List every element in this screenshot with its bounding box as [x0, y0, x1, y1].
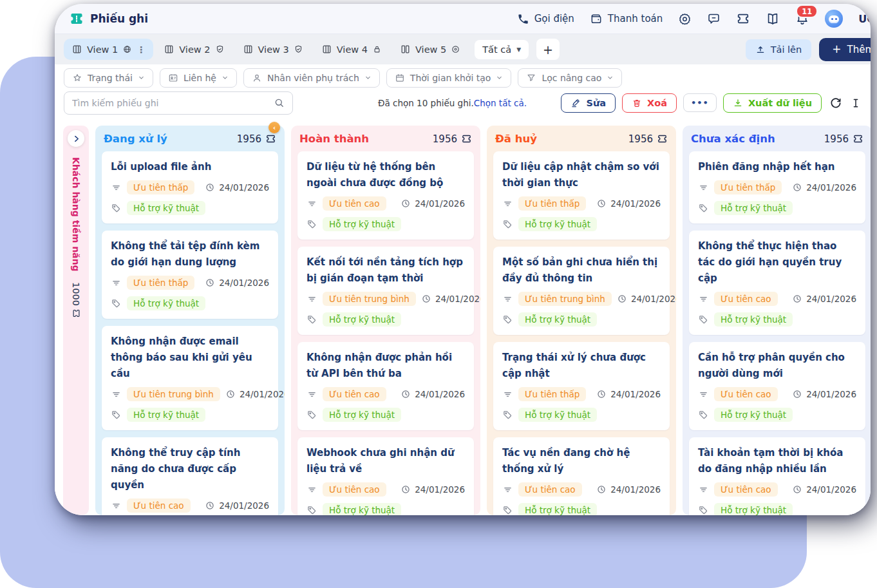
- board-icon: [243, 44, 254, 55]
- card-title: Không thể thực hiện thao tác do giới hạn…: [698, 238, 856, 287]
- card-date: 24/01/2026: [435, 294, 480, 304]
- card-priority-badge: Ưu tiên cao: [518, 482, 582, 497]
- filter-label: Nhân viên phụ trách: [267, 73, 359, 83]
- search-box[interactable]: [64, 91, 293, 115]
- kanban-column: ‹ Đang xử lý 1956 Lỗi upload file ảnh Ưu…: [95, 126, 285, 515]
- card-title: Cần hỗ trợ phân quyền cho người dùng mới: [698, 350, 856, 382]
- ticket-icon[interactable]: [736, 12, 750, 26]
- card-priority-badge: Ưu tiên thấp: [518, 387, 586, 401]
- dots-vertical-icon[interactable]: ⋮: [137, 45, 146, 54]
- card-due-date: 24/01/2026: [421, 294, 480, 304]
- ticket-card[interactable]: Một số bản ghi chưa hiển thị đầy đủ thôn…: [493, 247, 670, 335]
- ticket-card[interactable]: Cần hỗ trợ phân quyền cho người dùng mới…: [689, 342, 865, 430]
- tab-view-3[interactable]: View 3: [235, 39, 311, 60]
- tab-view-5[interactable]: View 5: [392, 39, 468, 60]
- card-title: Không nhận được email thông báo sau khi …: [111, 334, 269, 382]
- ticket-card[interactable]: Trạng thái xử lý chưa được cập nhật Ưu t…: [493, 342, 670, 430]
- delete-button[interactable]: Xoá: [622, 93, 677, 113]
- column-header: Đang xử lý 1956: [95, 126, 285, 151]
- tab-label: View 2: [179, 44, 210, 55]
- ticket-card[interactable]: Không thể thực hiện thao tác do giới hạn…: [689, 231, 865, 335]
- ticket-icon: [71, 308, 81, 318]
- tab-view-1[interactable]: View 1 ⋮: [64, 39, 153, 60]
- priority-icon: [698, 294, 709, 305]
- tab-view-2[interactable]: View 2: [156, 39, 232, 60]
- card-title: Lỗi upload file ảnh: [111, 159, 269, 175]
- clock-icon: [225, 389, 236, 399]
- ticket-card[interactable]: Lỗi upload file ảnh Ưu tiên thấp 24/01/2…: [102, 151, 278, 223]
- card-priority-badge: Ưu tiên cao: [714, 292, 778, 306]
- card-priority-badge: Ưu tiên cao: [323, 482, 386, 497]
- card-tag-badge: Hỗ trợ kỹ thuật: [323, 503, 401, 515]
- column-count: 1956: [824, 133, 849, 145]
- card-tag-badge: Hỗ trợ kỹ thuật: [714, 201, 793, 215]
- tab-view-4[interactable]: View 4: [314, 39, 390, 60]
- ticket-card[interactable]: Phiên đăng nhập hết hạn Ưu tiên thấp 24/…: [689, 151, 865, 223]
- tag-icon: [111, 298, 122, 309]
- clock-icon: [596, 389, 607, 399]
- filter-created-time[interactable]: Thời gian khởi tạo: [386, 68, 512, 88]
- ticket-card[interactable]: Dữ liệu từ hệ thống bên ngoài chưa được …: [297, 151, 474, 240]
- tab-label: View 1: [87, 44, 118, 55]
- card-date: 24/01/2026: [806, 294, 856, 304]
- filter-assignee[interactable]: Nhân viên phụ trách: [243, 68, 380, 88]
- column-collapse-badge[interactable]: ‹: [269, 122, 280, 133]
- tag-icon: [306, 410, 317, 421]
- card-date: 24/01/2026: [631, 294, 676, 304]
- tag-icon: [698, 314, 709, 325]
- refresh-icon[interactable]: [829, 97, 842, 109]
- tag-icon: [698, 203, 709, 214]
- call-button[interactable]: Gọi điện: [517, 13, 574, 25]
- add-view-button[interactable]: +: [536, 39, 560, 60]
- ticket-card[interactable]: Không thể tải tệp đính kèm do giới hạn d…: [102, 231, 278, 319]
- avatar[interactable]: [825, 10, 843, 28]
- more-actions-button[interactable]: •••: [683, 93, 717, 112]
- clock-icon: [792, 484, 802, 495]
- row-height-icon[interactable]: [850, 97, 862, 109]
- card-tag-badge: Hỗ trợ kỹ thuật: [127, 408, 205, 422]
- expand-column-button[interactable]: [68, 130, 84, 147]
- book-icon[interactable]: [766, 12, 780, 26]
- add-new-button[interactable]: + Thêm: [819, 38, 871, 61]
- collapsed-column-count: 1000: [71, 282, 81, 319]
- clock-icon: [617, 294, 627, 304]
- select-all-link[interactable]: Chọn tất cả.: [474, 98, 527, 108]
- board-icon: [164, 44, 174, 55]
- search-input[interactable]: [72, 98, 269, 108]
- export-button[interactable]: Xuất dữ liệu: [723, 93, 822, 113]
- filter-advanced[interactable]: Lọc nâng cao: [518, 68, 622, 88]
- card-title: Webhook chưa ghi nhận dữ liệu trả về: [306, 445, 465, 477]
- card-date: 24/01/2026: [219, 278, 269, 288]
- filter-status[interactable]: Trạng thái: [64, 68, 153, 88]
- clock-icon: [421, 294, 431, 304]
- tab-label: View 5: [415, 44, 446, 55]
- upload-button[interactable]: Tải lên: [746, 39, 812, 60]
- ticket-card[interactable]: Tài khoản tạm thời bị khóa do đăng nhập …: [689, 437, 865, 515]
- column-header: Chưa xác định 1956: [683, 126, 871, 151]
- card-priority-badge: Ưu tiên cao: [127, 498, 191, 513]
- upload-icon: [755, 44, 766, 55]
- settings-icon[interactable]: [678, 12, 692, 26]
- all-views-dropdown[interactable]: Tất cả ▼: [475, 40, 529, 59]
- ticket-card[interactable]: Không nhận được phản hồi từ API bên thứ …: [297, 342, 474, 430]
- card-date: 24/01/2026: [219, 500, 269, 511]
- ticket-card[interactable]: Kết nối tới nền tảng tích hợp bị gián đo…: [297, 247, 474, 335]
- tag-icon: [502, 314, 513, 325]
- payment-button[interactable]: Thanh toán: [590, 12, 663, 25]
- ticket-card[interactable]: Tác vụ nền đang chờ hệ thống xử lý Ưu ti…: [493, 437, 670, 515]
- edit-button[interactable]: Sửa: [561, 93, 616, 113]
- ticket-card[interactable]: Dữ liệu cập nhật chậm so với thời gian t…: [493, 151, 670, 240]
- add-new-label: Thêm: [847, 44, 871, 55]
- ticket-card[interactable]: Không thể truy cập tính năng do chưa đượ…: [102, 437, 278, 515]
- card-date: 24/01/2026: [240, 389, 285, 399]
- priority-icon: [502, 484, 513, 495]
- ticket-card[interactable]: Không nhận được email thông báo sau khi …: [102, 326, 278, 430]
- call-label: Gọi điện: [534, 13, 574, 24]
- ticket-card[interactable]: Webhook chưa ghi nhận dữ liệu trả về Ưu …: [297, 437, 474, 515]
- card-title: Tác vụ nền đang chờ hệ thống xử lý: [502, 445, 661, 477]
- kanban-column: Hoàn thành 1956 Dữ liệu từ hệ thống bên …: [291, 126, 480, 515]
- filter-contact[interactable]: Liên hệ: [160, 68, 237, 88]
- chat-icon[interactable]: [707, 12, 721, 26]
- card-due-date: 24/01/2026: [401, 389, 465, 399]
- card-title: Không thể tải tệp đính kèm do giới hạn d…: [111, 238, 269, 270]
